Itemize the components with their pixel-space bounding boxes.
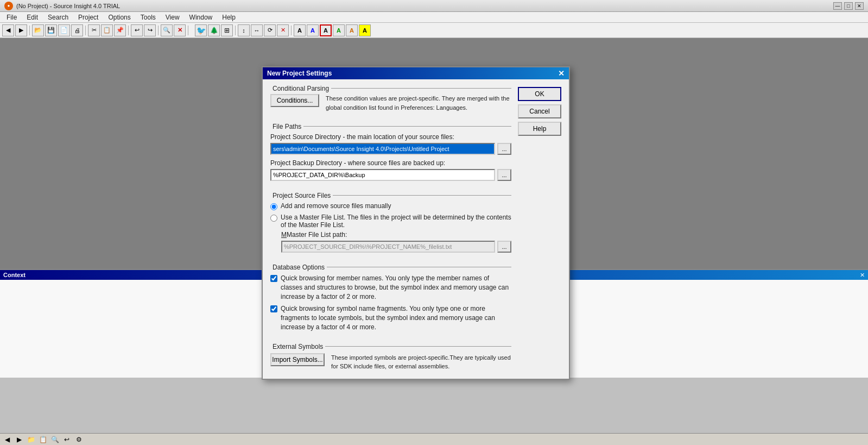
workspace: Context ✕ New Project Settings ✕ Conditi… [0, 38, 868, 378]
toolbar-sep-7 [291, 26, 292, 35]
dialog-main-content: Conditional Parsing Conditions... These … [270, 87, 511, 371]
toolbar-bird-icon[interactable]: 🐦 [195, 24, 207, 36]
quick-browse-fragments-checkbox[interactable] [270, 305, 277, 312]
app-close-button[interactable]: ✕ [855, 2, 864, 10]
toolbar-sep-2 [85, 26, 86, 35]
toolbar-undo-btn[interactable]: ↩ [131, 24, 143, 36]
dialog-close-button[interactable]: ✕ [558, 70, 565, 77]
cancel-button[interactable]: Cancel [518, 104, 561, 118]
toolbar-grid-icon[interactable]: ⊞ [221, 24, 233, 36]
backup-dir-row: ... [270, 169, 511, 181]
backup-dir-input[interactable] [270, 169, 495, 181]
menu-window[interactable]: Window [185, 12, 217, 22]
conditional-parsing-description: These condition values are project-speci… [326, 94, 511, 112]
master-path-row: ... [281, 241, 511, 253]
toolbar-a4-btn[interactable]: A [333, 24, 345, 36]
conditions-button[interactable]: Conditions... [270, 94, 319, 107]
menu-help[interactable]: Help [218, 12, 240, 22]
toolbar-forward-btn[interactable]: ▶ [15, 24, 27, 36]
status-undo-icon[interactable]: ↩ [62, 435, 72, 444]
external-symbols-label: External Symbols [270, 343, 325, 350]
toolbar-save-btn[interactable]: 💾 [45, 24, 57, 36]
backup-dir-browse-button[interactable]: ... [497, 169, 511, 181]
toolbar-ref4-btn[interactable]: ✕ [277, 24, 289, 36]
master-file-list-input[interactable] [281, 241, 495, 253]
toolbar-ref2-btn[interactable]: ↔ [251, 24, 263, 36]
menu-project[interactable]: Project [74, 12, 103, 22]
source-dir-input[interactable] [270, 143, 495, 155]
toolbar-redo-btn[interactable]: ↪ [144, 24, 156, 36]
menu-view[interactable]: View [161, 12, 184, 22]
source-dir-browse-button[interactable]: ... [497, 143, 511, 155]
status-forward-icon[interactable]: ▶ [14, 435, 24, 444]
status-list-icon[interactable]: 📋 [38, 435, 48, 444]
toolbar-back-btn[interactable]: ◀ [2, 24, 14, 36]
toolbar-ref3-btn[interactable]: ⟳ [264, 24, 276, 36]
toolbar-sep-5 [188, 26, 188, 35]
toolbar-new-btn[interactable]: 📄 [58, 24, 70, 36]
toolbar-copy-btn[interactable]: 📋 [101, 24, 113, 36]
menu-tools[interactable]: Tools [136, 12, 160, 22]
menu-search[interactable]: Search [43, 12, 73, 22]
external-symbols-section: External Symbols Import Symbols... These… [270, 346, 511, 371]
conditional-parsing-section: Conditional Parsing Conditions... These … [270, 88, 511, 112]
checkbox2-label: Quick browsing for symbol name fragments… [281, 304, 511, 331]
import-symbols-button[interactable]: Import Symbols... [270, 353, 325, 366]
dialog-body: Conditional Parsing Conditions... These … [263, 79, 569, 379]
database-options-label: Database Options [270, 264, 327, 271]
toolbar-a5-btn[interactable]: A [346, 24, 358, 36]
toolbar-print-btn[interactable]: 🖨 [71, 24, 83, 36]
checkbox1-label: Quick browsing for member names. You onl… [281, 274, 511, 301]
toolbar-a1-btn[interactable]: A [294, 24, 306, 36]
context-panel-close-button[interactable]: ✕ [860, 272, 865, 279]
quick-browse-members-checkbox[interactable] [270, 275, 277, 282]
toolbar-search-btn[interactable]: 🔍 [161, 24, 173, 36]
status-bar: ◀ ▶ 📁 📋 🔍 ↩ ⚙ [0, 433, 868, 445]
toolbar-tree-icon[interactable]: 🌲 [208, 24, 220, 36]
project-source-files-section: Project Source Files Add and remove sour… [270, 195, 511, 253]
file-paths-section: File Paths Project Source Directory - th… [270, 126, 511, 181]
toolbar-ref1-btn[interactable]: ↕ [238, 24, 250, 36]
master-file-list-path-label: MMaster File List path: [281, 231, 511, 239]
radio1-row: Add and remove source files manually [270, 202, 511, 210]
maximize-button[interactable]: □ [844, 2, 853, 10]
conditional-parsing-row: Conditions... These condition values are… [270, 94, 511, 112]
menu-edit[interactable]: Edit [22, 12, 42, 22]
app-title: (No Project) - Source Insight 4.0 TRIAL [16, 3, 120, 9]
toolbar-x-btn[interactable]: ✕ [174, 24, 186, 36]
app-icon: ● [4, 2, 13, 10]
context-panel-title: Context [3, 272, 26, 278]
toolbar-a6-btn[interactable]: A [359, 24, 371, 36]
toolbar-open-btn[interactable]: 📂 [32, 24, 44, 36]
status-settings-icon[interactable]: ⚙ [74, 435, 84, 444]
help-button[interactable]: Help [518, 122, 561, 136]
status-back-icon[interactable]: ◀ [2, 435, 12, 444]
title-bar: ● (No Project) - Source Insight 4.0 TRIA… [0, 0, 868, 12]
toolbar-sep-1 [29, 26, 30, 35]
toolbar-a3-btn[interactable]: A [320, 24, 332, 36]
toolbar-sep-3 [128, 26, 129, 35]
backup-dir-label: Project Backup Directory - where source … [270, 159, 511, 167]
source-dir-label: Project Source Directory - the main loca… [270, 133, 511, 141]
new-project-settings-dialog: New Project Settings ✕ Conditional Parsi… [262, 66, 570, 380]
radio-master-file[interactable] [270, 215, 277, 222]
status-search-icon[interactable]: 🔍 [50, 435, 60, 444]
radio-manual[interactable] [270, 203, 277, 210]
project-source-files-label: Project Source Files [270, 192, 333, 199]
dialog-title: New Project Settings [267, 70, 332, 77]
status-folder-icon[interactable]: 📁 [26, 435, 36, 444]
file-paths-label: File Paths [270, 123, 303, 130]
toolbar-paste-btn[interactable]: 📌 [114, 24, 126, 36]
dialog-buttons: OK Cancel Help [518, 87, 561, 371]
menu-file[interactable]: File [2, 12, 21, 22]
checkbox1-row: Quick browsing for member names. You onl… [270, 274, 511, 301]
toolbar-a2-btn[interactable]: A [307, 24, 319, 36]
checkbox2-row: Quick browsing for symbol name fragments… [270, 304, 511, 331]
master-file-browse-button[interactable]: ... [497, 241, 511, 253]
radio2-row: Use a Master File List. The files in the… [270, 214, 511, 229]
external-symbols-row: Import Symbols... These imported symbols… [270, 353, 511, 371]
menu-options[interactable]: Options [104, 12, 135, 22]
ok-button[interactable]: OK [518, 87, 561, 101]
toolbar-cut-btn[interactable]: ✂ [88, 24, 100, 36]
minimize-button[interactable]: — [833, 2, 842, 10]
